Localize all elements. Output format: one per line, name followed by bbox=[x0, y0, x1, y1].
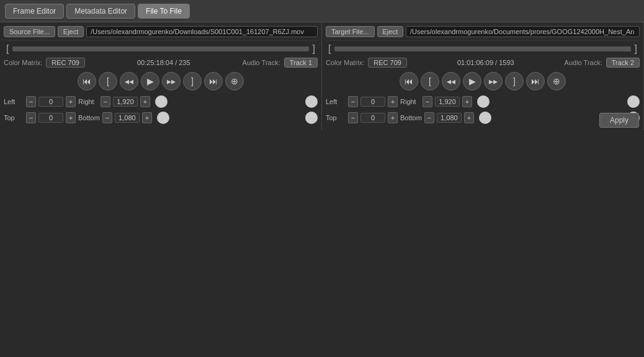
right-bracket-in-button[interactable]: [ bbox=[421, 72, 439, 90]
left-bracket-in-button[interactable]: [ bbox=[99, 72, 117, 90]
metadata-editor-tab[interactable]: Metadata Editor bbox=[66, 4, 135, 19]
right-next-frame-button[interactable]: ▸▸ bbox=[484, 72, 503, 90]
target-file-button[interactable]: Target File... bbox=[326, 26, 375, 37]
left-controls-section: Left − 0 + Right − 1,920 + Top − 0 + Bot… bbox=[4, 93, 318, 126]
right-play-button[interactable]: ▶ bbox=[463, 72, 481, 90]
left-left-value[interactable]: 0 bbox=[38, 97, 63, 107]
right-bottom-plus[interactable]: + bbox=[464, 112, 474, 123]
right-left-plus[interactable]: + bbox=[388, 96, 398, 107]
left-bottom-label: Bottom bbox=[78, 114, 100, 121]
source-file-button[interactable]: Source File... bbox=[4, 26, 55, 37]
left-color-matrix-value: REC 709 bbox=[46, 58, 85, 68]
right-bottom-label: Bottom bbox=[400, 114, 422, 121]
left-right-slider[interactable] bbox=[155, 95, 168, 108]
right-left-right-row: Left − 0 + Right − 1,920 + bbox=[326, 94, 640, 109]
left-top-minus[interactable]: − bbox=[26, 112, 36, 123]
left-eject-button[interactable]: Eject bbox=[58, 26, 84, 37]
left-play-button[interactable]: ▶ bbox=[141, 72, 159, 90]
right-eject-button[interactable]: Eject bbox=[377, 26, 403, 37]
right-bottom-value[interactable]: 1,080 bbox=[437, 113, 462, 123]
left-bottom-plus[interactable]: + bbox=[142, 112, 152, 123]
right-timeline-track[interactable] bbox=[334, 46, 630, 51]
right-controls-section: Left − 0 + Right − 1,920 + Top − 0 + Bot… bbox=[326, 93, 640, 126]
left-far-slider[interactable] bbox=[305, 95, 318, 108]
left-prev-frame-button[interactable]: ◂◂ bbox=[120, 72, 138, 90]
right-top-bottom-row: Top − 0 + Bottom − 1,080 + bbox=[326, 110, 640, 125]
left-next-frame-button[interactable]: ▸▸ bbox=[162, 72, 181, 90]
left-file-path: /Users/olexandrmogurenko/Downloads/S001C… bbox=[86, 26, 318, 37]
right-top-plus[interactable]: + bbox=[388, 112, 398, 123]
left-timecode: 00:25:18:04 / 235 bbox=[89, 59, 239, 66]
left-bracket-close: ] bbox=[310, 43, 318, 55]
left-video-area bbox=[4, 40, 318, 41]
right-bracket-close: ] bbox=[632, 43, 640, 55]
left-audio-track-button[interactable]: Track 1 bbox=[284, 58, 318, 68]
left-bottom-minus[interactable]: − bbox=[102, 112, 112, 123]
right-video-area bbox=[326, 40, 640, 41]
apply-button[interactable]: Apply bbox=[599, 113, 639, 128]
left-timeline: [ ] bbox=[4, 42, 318, 56]
right-left-minus[interactable]: − bbox=[348, 96, 358, 107]
right-info-row: Color Matrix: REC 709 01:01:06:09 / 1593… bbox=[326, 56, 640, 69]
left-info-row: Color Matrix: REC 709 00:25:18:04 / 235 … bbox=[4, 56, 318, 69]
left-top-label: Top bbox=[4, 114, 24, 121]
right-bottom-minus[interactable]: − bbox=[424, 112, 434, 123]
left-color-matrix-label: Color Matrix: bbox=[4, 59, 42, 66]
left-top-bottom-row: Top − 0 + Bottom − 1,080 + bbox=[4, 110, 318, 125]
left-panel: Source File... Eject /Users/olexandrmogu… bbox=[0, 22, 322, 130]
right-right-label: Right bbox=[400, 98, 420, 105]
right-skip-button[interactable]: ⏭ bbox=[526, 72, 545, 90]
left-right-plus[interactable]: + bbox=[140, 96, 150, 107]
left-skip-button[interactable]: ⏭ bbox=[204, 72, 223, 90]
right-left-value[interactable]: 0 bbox=[360, 97, 385, 107]
left-timeline-track[interactable] bbox=[12, 46, 308, 51]
left-transport: ⏮ [ ◂◂ ▶ ▸▸ ] ⏭ ⊕ bbox=[4, 69, 318, 93]
left-right-minus[interactable]: − bbox=[101, 96, 110, 107]
right-transport: ⏮ [ ◂◂ ▶ ▸▸ ] ⏭ ⊕ bbox=[326, 69, 640, 93]
right-top-label: Top bbox=[326, 114, 346, 121]
right-right-value[interactable]: 1,920 bbox=[435, 97, 460, 107]
right-bracket-open: [ bbox=[326, 43, 333, 55]
left-bracket-open: [ bbox=[4, 43, 11, 55]
right-audio-track-button[interactable]: Track 2 bbox=[606, 58, 640, 68]
left-file-bar: Source File... Eject /Users/olexandrmogu… bbox=[4, 26, 318, 37]
right-right-slider[interactable] bbox=[477, 95, 490, 108]
left-loop-button[interactable]: ⊕ bbox=[225, 72, 244, 90]
right-color-matrix-value: REC 709 bbox=[368, 58, 407, 68]
right-right-plus[interactable]: + bbox=[462, 96, 472, 107]
right-bottom-slider[interactable] bbox=[479, 112, 491, 124]
right-audio-track-label: Audio Track: bbox=[565, 59, 602, 66]
file-to-file-tab[interactable]: File To File bbox=[138, 4, 190, 19]
left-bottom-slider[interactable] bbox=[157, 112, 169, 124]
left-left-plus[interactable]: + bbox=[66, 96, 76, 107]
left-top-plus[interactable]: + bbox=[66, 112, 76, 123]
left-left-right-row: Left − 0 + Right − 1,920 + bbox=[4, 94, 318, 109]
right-bracket-out-button[interactable]: ] bbox=[505, 72, 524, 90]
right-left-label: Left bbox=[326, 98, 346, 105]
bottom-bar: Apply bbox=[594, 110, 644, 130]
left-left-minus[interactable]: − bbox=[26, 96, 36, 107]
right-prev-frame-button[interactable]: ◂◂ bbox=[442, 72, 460, 90]
left-right-value[interactable]: 1,920 bbox=[113, 97, 138, 107]
left-bottom-value[interactable]: 1,080 bbox=[115, 113, 140, 123]
right-timeline: [ ] bbox=[326, 42, 640, 56]
right-top-value[interactable]: 0 bbox=[360, 113, 385, 123]
right-far-slider[interactable] bbox=[627, 95, 640, 108]
right-timecode: 01:01:06:09 / 1593 bbox=[411, 59, 561, 66]
right-file-path: /Users/olexandrmogurenko/Documents/prore… bbox=[406, 26, 640, 37]
left-rewind-button[interactable]: ⏮ bbox=[78, 72, 96, 90]
frame-editor-tab[interactable]: Frame Editor bbox=[5, 4, 64, 19]
right-color-matrix-label: Color Matrix: bbox=[326, 59, 364, 66]
title-bar: Frame Editor Metadata Editor File To Fil… bbox=[0, 0, 644, 22]
left-audio-track-label: Audio Track: bbox=[243, 59, 280, 66]
left-top-value[interactable]: 0 bbox=[38, 113, 63, 123]
left-bracket-out-button[interactable]: ] bbox=[183, 72, 202, 90]
right-loop-button[interactable]: ⊕ bbox=[547, 72, 566, 90]
right-rewind-button[interactable]: ⏮ bbox=[400, 72, 418, 90]
panels-container: Source File... Eject /Users/olexandrmogu… bbox=[0, 22, 644, 130]
right-top-minus[interactable]: − bbox=[348, 112, 358, 123]
right-right-minus[interactable]: − bbox=[423, 96, 432, 107]
left-bottom-far-slider[interactable] bbox=[305, 112, 318, 124]
left-left-label: Left bbox=[4, 98, 24, 105]
right-file-bar: Target File... Eject /Users/olexandrmogu… bbox=[326, 26, 640, 37]
